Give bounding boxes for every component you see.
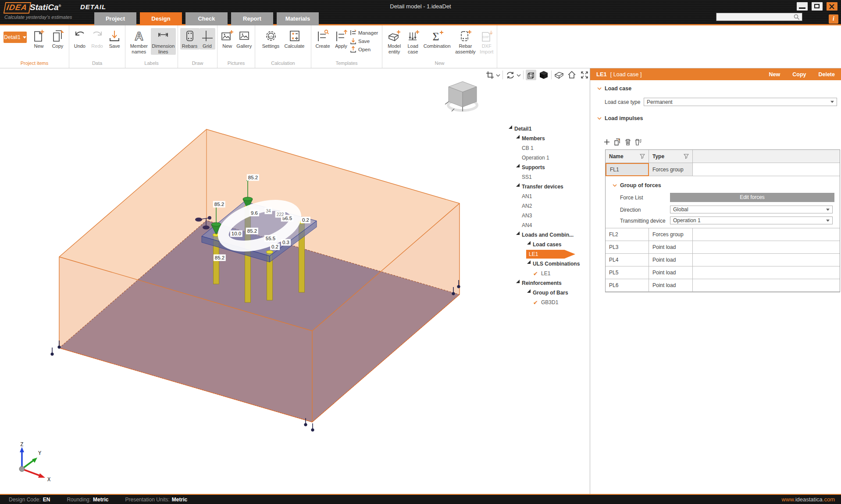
direction-select[interactable]: Global xyxy=(670,206,833,213)
undo-button[interactable]: Undo xyxy=(71,28,89,50)
filter-icon[interactable] xyxy=(684,154,689,159)
edit-forces-button[interactable]: Edit forces xyxy=(670,193,834,202)
panel-new-button[interactable]: New xyxy=(769,71,780,78)
tab-check[interactable]: Check xyxy=(185,12,228,25)
cell-type[interactable]: Point load xyxy=(649,279,693,292)
tree-item-an1[interactable]: AN1 xyxy=(504,192,590,201)
tree-item-cb1[interactable]: CB 1 xyxy=(504,143,590,153)
save-button[interactable]: Save xyxy=(106,28,123,50)
cell-type[interactable]: Point load xyxy=(649,241,693,254)
cell-type[interactable]: Point load xyxy=(649,254,693,266)
dimension-lines-button[interactable]: Dimension lines xyxy=(151,28,176,55)
tree-item-gb3d1[interactable]: ✔GB3D1 xyxy=(504,298,590,307)
navigation-view-cube[interactable] xyxy=(443,76,482,117)
tree-item-an3[interactable]: AN3 xyxy=(504,211,590,220)
clipping-plane-button[interactable] xyxy=(554,70,564,80)
template-apply-button[interactable]: Apply xyxy=(332,28,350,50)
home-view-button[interactable] xyxy=(567,70,577,80)
rebar-assembly-button[interactable]: Rebar assembly xyxy=(453,28,478,55)
cell-type[interactable]: Point load xyxy=(649,266,693,279)
tree-item-members[interactable]: Members xyxy=(504,134,590,143)
wireframe-view-button[interactable] xyxy=(526,70,536,80)
rotate-view-button[interactable] xyxy=(505,70,516,80)
tree-item-uls-combinations[interactable]: ULS Combinations xyxy=(504,259,590,269)
tree-item-operation1[interactable]: Operation 1 xyxy=(504,153,590,163)
checkmark-icon[interactable]: ✔ xyxy=(533,270,541,277)
solid-view-button[interactable] xyxy=(538,70,549,80)
column-header-name[interactable]: Name xyxy=(606,150,649,163)
impulse-row[interactable]: FL2 Forces group xyxy=(606,228,840,241)
tree-item-group-of-bars[interactable]: Group of Bars xyxy=(504,288,590,298)
redo-button[interactable]: Redo xyxy=(89,28,106,50)
transmitting-device-select[interactable]: Operation 1 xyxy=(670,217,833,224)
impulse-row[interactable]: PL3 Point load xyxy=(606,241,840,254)
tree-item-detail1[interactable]: Detail1 xyxy=(504,124,590,134)
tree-item-le1-combination[interactable]: ✔LE1 xyxy=(504,269,590,278)
tree-item-an4[interactable]: AN4 xyxy=(504,220,590,230)
3d-viewport[interactable]: 85.2 85.2 85.2 10.0 0.2 0.2 85.2 9.6 56.… xyxy=(0,68,590,494)
tree-item-loads-and-combinations[interactable]: Loads and Combin... xyxy=(504,230,590,240)
cell-name[interactable]: PL5 xyxy=(606,266,649,279)
template-create-button[interactable]: Create xyxy=(313,28,332,50)
section-load-case[interactable]: Load case xyxy=(597,85,631,92)
model-entity-button[interactable]: Model entity xyxy=(384,28,404,55)
calculate-button[interactable]: Calculate xyxy=(282,28,307,50)
panel-copy-button[interactable]: Copy xyxy=(792,71,806,78)
tab-design[interactable]: Design xyxy=(140,12,182,25)
website-link[interactable]: www.ideastatica.com xyxy=(782,496,835,503)
detail1-dropdown[interactable]: Detail1 xyxy=(4,32,27,43)
cell-name[interactable]: FL1 xyxy=(606,163,649,176)
impulse-row-selected[interactable]: FL1 Forces group xyxy=(606,163,840,176)
copy-impulse-button[interactable] xyxy=(614,138,621,146)
tree-item-ss1[interactable]: SS1 xyxy=(504,172,590,182)
template-manager-button[interactable]: Manager xyxy=(350,29,378,36)
tree-item-transfer-devices[interactable]: Transfer devices xyxy=(504,182,590,192)
cell-name[interactable]: PL4 xyxy=(606,254,649,266)
cell-type[interactable]: Forces group xyxy=(649,228,693,241)
crop-view-button[interactable] xyxy=(485,70,495,80)
tree-item-an2[interactable]: AN2 xyxy=(504,201,590,211)
delete-impulse-button[interactable] xyxy=(624,138,631,146)
tab-report[interactable]: Report xyxy=(231,12,273,25)
panel-delete-button[interactable]: Delete xyxy=(818,71,835,78)
new-project-item-button[interactable]: New xyxy=(29,28,48,50)
info-button[interactable]: i xyxy=(829,14,838,24)
rotate-dropdown-chevron[interactable] xyxy=(517,71,521,79)
column-header-type[interactable]: Type xyxy=(649,150,693,163)
tree-item-reinforcements[interactable]: Reinforcements xyxy=(504,278,590,288)
3d-scene[interactable] xyxy=(0,68,590,494)
rebars-button[interactable]: Rebars xyxy=(180,28,200,50)
load-case-button[interactable]: Load case xyxy=(404,28,421,55)
delete-all-impulses-button[interactable] xyxy=(635,138,642,146)
impulse-row[interactable]: PL5 Point load xyxy=(606,266,840,279)
tab-project[interactable]: Project xyxy=(94,12,136,25)
cell-name[interactable]: FL2 xyxy=(606,228,649,241)
maximize-button[interactable] xyxy=(812,2,823,11)
grid-button[interactable]: Grid xyxy=(200,28,215,50)
section-group-of-forces[interactable]: Group of forces xyxy=(613,182,661,188)
template-save-button[interactable]: Save xyxy=(350,38,378,44)
add-impulse-button[interactable] xyxy=(603,138,610,146)
tree-item-load-cases[interactable]: Load cases xyxy=(504,240,590,249)
tree-item-le1-selected[interactable]: LE1 xyxy=(504,249,590,259)
gallery-button[interactable]: Gallery xyxy=(235,28,253,50)
cell-name[interactable]: PL6 xyxy=(606,279,649,292)
fullscreen-button[interactable] xyxy=(579,70,590,80)
checkmark-icon[interactable]: ✔ xyxy=(533,299,541,306)
copy-project-item-button[interactable]: Copy xyxy=(48,28,67,50)
new-picture-button[interactable]: New xyxy=(219,28,235,50)
template-open-button[interactable]: Open xyxy=(350,46,378,53)
filter-icon[interactable] xyxy=(640,154,645,159)
cell-type[interactable]: Forces group xyxy=(649,163,693,176)
cell-name[interactable]: PL3 xyxy=(606,241,649,254)
search-input[interactable] xyxy=(716,14,793,20)
load-case-type-select[interactable]: Permanent xyxy=(644,98,837,106)
impulse-row[interactable]: PL4 Point load xyxy=(606,254,840,266)
member-names-button[interactable]: A Member names xyxy=(127,28,151,55)
minimize-button[interactable] xyxy=(797,2,808,11)
tab-materials[interactable]: Materials xyxy=(277,12,319,25)
impulse-row[interactable]: PL6 Point load xyxy=(606,279,840,292)
tree-item-supports[interactable]: Supports xyxy=(504,163,590,172)
settings-button[interactable]: </> Settings xyxy=(260,28,282,50)
close-button[interactable] xyxy=(827,2,837,11)
